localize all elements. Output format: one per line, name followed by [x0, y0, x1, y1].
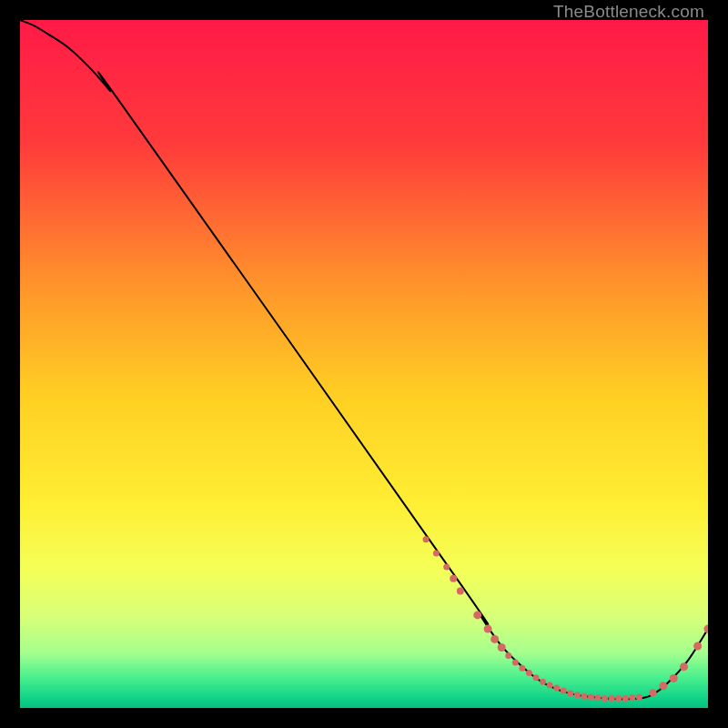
- data-point: [680, 662, 688, 671]
- data-point: [519, 665, 525, 672]
- data-point: [433, 550, 440, 556]
- gradient-background: [20, 20, 708, 708]
- data-point: [526, 670, 532, 676]
- data-point: [505, 652, 511, 659]
- data-point: [547, 682, 553, 689]
- chart-svg: [20, 20, 708, 708]
- chart-stage: TheBottleneck.com: [0, 0, 728, 728]
- data-point: [615, 695, 622, 702]
- data-point: [561, 688, 567, 694]
- chart-plot-area: [20, 20, 708, 708]
- data-point: [574, 692, 581, 698]
- data-point: [498, 643, 506, 652]
- data-point: [540, 679, 546, 685]
- data-point: [423, 536, 430, 542]
- data-point: [484, 625, 492, 633]
- data-point: [609, 695, 615, 702]
- data-point: [490, 635, 499, 643]
- data-point: [567, 691, 573, 697]
- data-point: [659, 682, 667, 690]
- data-point: [457, 587, 464, 594]
- data-point: [602, 695, 608, 702]
- data-point: [595, 694, 602, 701]
- data-point: [450, 575, 457, 582]
- data-point: [473, 611, 481, 619]
- data-point: [553, 685, 560, 692]
- data-point: [443, 564, 450, 571]
- data-point: [512, 660, 519, 666]
- data-point: [588, 693, 594, 700]
- data-point: [622, 695, 629, 702]
- data-point: [629, 694, 635, 701]
- data-point: [693, 642, 702, 650]
- data-point: [636, 693, 642, 700]
- data-point: [650, 689, 657, 696]
- data-point: [581, 693, 587, 700]
- watermark-text: TheBottleneck.com: [553, 2, 704, 22]
- data-point: [670, 674, 678, 682]
- data-point: [533, 674, 540, 681]
